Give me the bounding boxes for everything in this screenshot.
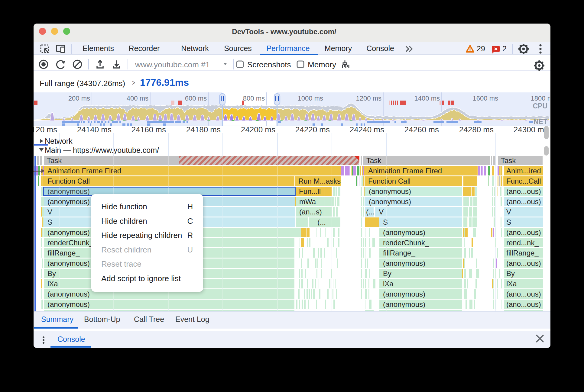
svg-text:600 ms: 600 ms: [185, 95, 207, 102]
svg-text:NET: NET: [534, 118, 547, 126]
svg-text:1600 ms: 1600 ms: [473, 95, 498, 102]
svg-text:1200 ms: 1200 ms: [356, 95, 381, 102]
svg-text:CPU: CPU: [533, 102, 547, 110]
svg-text:1400 ms: 1400 ms: [414, 95, 440, 102]
svg-text:400 ms: 400 ms: [127, 95, 148, 102]
svg-text:1800 ms: 1800 ms: [531, 95, 550, 102]
svg-text:800 ms: 800 ms: [243, 95, 265, 102]
svg-text:1000 ms: 1000 ms: [298, 95, 323, 102]
svg-text:200 ms: 200 ms: [68, 95, 90, 102]
